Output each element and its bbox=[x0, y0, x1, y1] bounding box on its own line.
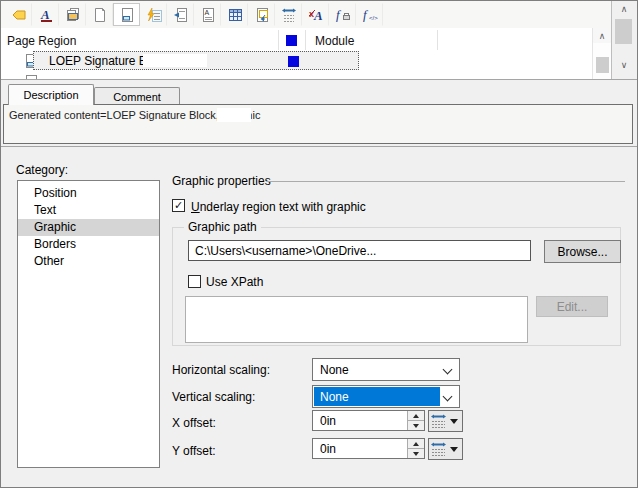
y-offset-field[interactable]: 0in bbox=[312, 438, 425, 459]
font-style-icon[interactable]: A bbox=[32, 3, 59, 26]
category-item-other[interactable]: Other bbox=[18, 253, 159, 270]
dropdown-arrow-icon bbox=[450, 419, 458, 424]
edit-button[interactable]: Edit... bbox=[536, 296, 608, 317]
font-replace-icon[interactable]: xA bbox=[302, 3, 329, 26]
column-separator[interactable] bbox=[278, 30, 279, 50]
scroll-up-icon[interactable]: ∧ bbox=[593, 28, 611, 43]
graphic-path-input[interactable]: C:\Users\<username>\OneDrive... bbox=[188, 240, 531, 261]
new-page-icon[interactable] bbox=[86, 3, 113, 26]
spin-up-button[interactable] bbox=[408, 411, 424, 420]
svg-text:A: A bbox=[40, 7, 50, 22]
horizontal-scaling-combo[interactable]: None bbox=[312, 358, 460, 381]
vertical-scaling-label: Vertical scaling: bbox=[172, 390, 255, 404]
triangle-up-icon bbox=[413, 414, 419, 418]
category-label: Category: bbox=[16, 163, 68, 177]
group-title-rule bbox=[266, 181, 625, 182]
spin-up-button[interactable] bbox=[408, 439, 424, 448]
vertical-scaling-combo[interactable]: None bbox=[312, 385, 460, 408]
spacing-icon[interactable] bbox=[275, 3, 302, 26]
list-scrollbar[interactable]: ∧ bbox=[592, 28, 611, 79]
group-title: Graphic properties bbox=[172, 174, 271, 188]
units-icon bbox=[429, 441, 448, 457]
browse-button[interactable]: Browse... bbox=[544, 240, 621, 263]
copy-module-icon[interactable] bbox=[59, 3, 86, 26]
triangle-down-icon bbox=[413, 452, 419, 456]
redacted-area bbox=[143, 54, 207, 67]
header-marker-square bbox=[286, 35, 297, 46]
tab-description[interactable]: Description bbox=[8, 84, 94, 105]
insert-table-icon[interactable] bbox=[248, 3, 275, 26]
indent-region-icon[interactable] bbox=[167, 3, 194, 26]
svg-text:</>: </> bbox=[369, 15, 378, 21]
scroll-down-icon[interactable]: ∨ bbox=[612, 57, 636, 73]
function-code-icon[interactable]: f</> bbox=[356, 3, 383, 26]
row-marker-square bbox=[288, 56, 299, 67]
pane-scrollbar[interactable]: ∧ ∨ bbox=[611, 1, 636, 79]
scroll-up-icon[interactable]: ∧ bbox=[612, 1, 636, 17]
check-icon: ✓ bbox=[174, 200, 183, 211]
spinner bbox=[407, 411, 424, 430]
column-separator[interactable] bbox=[305, 30, 306, 50]
groupbox-title: Graphic path bbox=[184, 220, 261, 234]
tab-comment[interactable]: Comment bbox=[94, 87, 180, 105]
underlay-checkbox-label: Underlay region text with graphic bbox=[191, 200, 366, 214]
category-item-position[interactable]: Position bbox=[18, 185, 159, 202]
svg-text:A: A bbox=[204, 9, 209, 16]
chevron-down-icon bbox=[443, 365, 453, 375]
scrollbar-thumb[interactable] bbox=[615, 19, 632, 44]
x-offset-label: X offset: bbox=[172, 416, 216, 430]
spin-down-button[interactable] bbox=[408, 420, 424, 430]
page-region-icon[interactable] bbox=[113, 3, 140, 26]
xpath-textarea[interactable] bbox=[185, 296, 528, 343]
underlay-checkbox[interactable]: ✓ bbox=[172, 199, 185, 212]
redacted-area bbox=[217, 108, 251, 122]
spinner bbox=[407, 439, 424, 458]
function-print-icon[interactable]: f bbox=[329, 3, 356, 26]
table-row-selected[interactable]: LOEP Signature Block bbox=[33, 51, 359, 70]
x-offset-units-button[interactable] bbox=[428, 410, 463, 432]
category-list: Position Text Graphic Borders Other bbox=[17, 180, 160, 468]
table-icon[interactable] bbox=[221, 3, 248, 26]
column-separator[interactable] bbox=[437, 30, 438, 50]
text-region-icon[interactable]: A bbox=[194, 3, 221, 26]
spin-down-button[interactable] bbox=[408, 448, 424, 458]
description-panel[interactable]: Generated content=LOEP Signature Block, … bbox=[3, 104, 633, 144]
use-xpath-checkbox[interactable] bbox=[188, 275, 201, 288]
use-xpath-label: Use XPath bbox=[206, 275, 263, 289]
column-header-page-region[interactable]: Page Region bbox=[7, 34, 76, 48]
region-list: Page Region Module LOEP Signature Block bbox=[1, 28, 592, 79]
triangle-up-icon bbox=[413, 442, 419, 446]
scrollbar-thumb[interactable] bbox=[596, 57, 609, 73]
svg-text:f: f bbox=[336, 7, 342, 22]
dropdown-arrow-icon bbox=[450, 447, 458, 452]
units-icon bbox=[429, 413, 448, 429]
triangle-down-icon bbox=[413, 424, 419, 428]
selection-highlight: None bbox=[314, 387, 440, 406]
horizontal-scaling-label: Horizontal scaling: bbox=[172, 363, 270, 377]
x-offset-field[interactable]: 0in bbox=[312, 410, 425, 431]
splitter[interactable] bbox=[0, 146, 638, 151]
tag-icon[interactable] bbox=[5, 3, 32, 26]
chevron-down-icon bbox=[443, 392, 453, 402]
y-offset-units-button[interactable] bbox=[428, 438, 463, 460]
category-item-text[interactable]: Text bbox=[18, 202, 159, 219]
category-item-graphic[interactable]: Graphic bbox=[18, 219, 159, 236]
y-offset-label: Y offset: bbox=[172, 444, 216, 458]
toolbar: A A xA f f</> bbox=[1, 1, 611, 28]
column-header-module[interactable]: Module bbox=[315, 34, 354, 48]
dynamic-content-icon[interactable] bbox=[140, 3, 167, 26]
category-item-borders[interactable]: Borders bbox=[18, 236, 159, 253]
splitter[interactable] bbox=[0, 79, 638, 84]
